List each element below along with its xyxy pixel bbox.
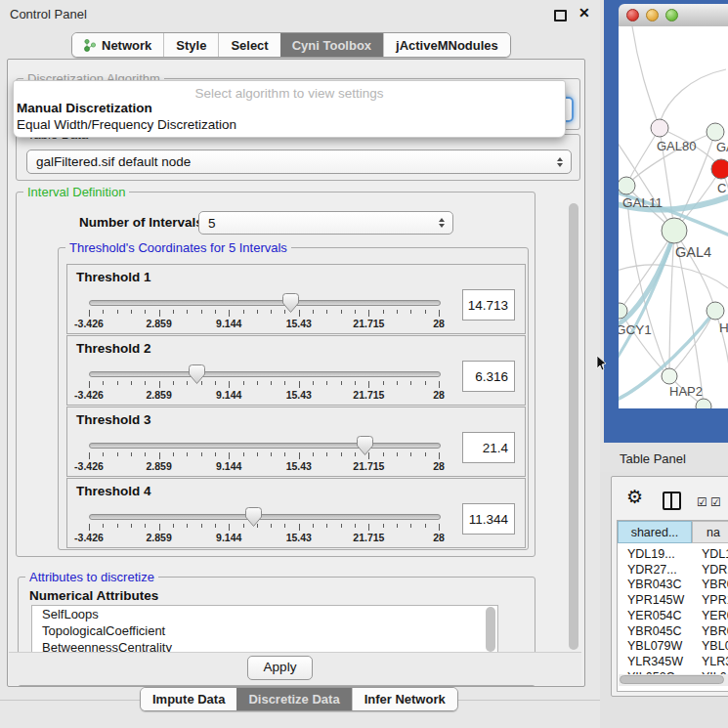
float-window-icon[interactable] [554, 10, 567, 21]
bottom-tab-bar: Impute DataDiscretize DataInfer Network [140, 687, 458, 711]
network-edge [669, 231, 674, 376]
network-node-red[interactable] [711, 159, 728, 179]
table-row[interactable]: YER054CYER0 [618, 609, 728, 623]
tab-label: Select [231, 38, 268, 53]
numerical-attributes-label: Numerical Attributes [29, 588, 158, 603]
interval-definition-group: Interval Definition Number of Intervals … [16, 192, 535, 557]
numerical-attributes-list[interactable]: SelfLoopsTopologicalCoefficientBetweenne… [31, 605, 498, 657]
cell-name: YBR0 [702, 578, 728, 591]
tab-label: jActiveMNodules [396, 38, 498, 53]
table-row[interactable]: YBR045CYBR0 [618, 624, 728, 639]
control-panel: Control Panel ✕ NetworkStyleSelectCyni T… [0, 0, 600, 728]
tab-network[interactable]: Network [72, 33, 163, 57]
apply-button[interactable]: Apply [247, 656, 313, 680]
threshold-label: Threshold 4 [76, 484, 151, 498]
close-icon[interactable]: ✕ [578, 5, 590, 21]
threshold-value-field[interactable]: 11.344 [462, 503, 515, 535]
threshold-label: Threshold 1 [76, 270, 151, 284]
network-node-gal4[interactable] [662, 218, 687, 243]
table-row[interactable]: YDL19...YDL1 [618, 547, 728, 562]
gear-icon[interactable]: ⚙ [626, 486, 643, 508]
network-edge [620, 231, 674, 311]
attribute-item[interactable]: TopologicalCoefficient [32, 622, 497, 639]
split-columns-icon[interactable] [663, 492, 681, 510]
network-node-mid-right[interactable] [707, 302, 724, 320]
tab-discretize-data[interactable]: Discretize Data [236, 688, 351, 710]
panel-scrollbar[interactable] [569, 203, 578, 650]
threshold-1-box: Threshold 1-3.4262.8599.14415.4321.71528… [66, 264, 526, 334]
dropdown-placeholder: Select algorithm to view settings [14, 86, 565, 101]
network-node-top-right[interactable] [707, 123, 724, 141]
cell-shared-name: YER054C [627, 609, 682, 622]
network-edge [626, 128, 660, 186]
network-graph: GAL80GACGAL11GAL4GCY1HHAP2 [619, 26, 728, 408]
checkbox-icon[interactable]: ☑ [710, 495, 721, 509]
table-data-group: Table Data galFiltered.sif default node [16, 134, 580, 181]
traffic-light-close-icon[interactable] [626, 9, 639, 21]
network-edge [619, 265, 728, 288]
cell-shared-name: YBL079W [627, 639, 682, 653]
cell-shared-name: YDR27... [627, 563, 677, 577]
threshold-value-field[interactable]: 14.713 [462, 289, 515, 321]
slider-track[interactable] [89, 514, 441, 520]
table-panel-title: Table Panel [620, 451, 686, 466]
slider-track[interactable] [89, 443, 441, 449]
node-label: GCY1 [619, 322, 652, 337]
table-row[interactable]: YDR27...YDR2 [618, 563, 728, 578]
table-data-combo[interactable]: galFiltered.sif default node [26, 150, 572, 174]
threshold-3-box: Threshold 3-3.4262.8599.14415.4321.71528… [66, 407, 526, 477]
tab-jactivemnodules[interactable]: jActiveMNodules [383, 33, 510, 57]
cell-shared-name: YPR145W [627, 593, 684, 607]
tab-select[interactable]: Select [218, 33, 279, 57]
node-label: C [717, 181, 726, 195]
table-panel: ⚙ ☑ ☑ shared... na YDL19...YDL1YDR27...Y… [611, 476, 728, 697]
algorithm-dropdown-popup: Select algorithm to view settings Manual… [13, 80, 566, 138]
top-tab-bar: NetworkStyleSelectCyni ToolboxjActiveMNo… [71, 32, 511, 58]
network-node-hap2[interactable] [662, 368, 677, 384]
cell-name: YPR1 [702, 593, 728, 607]
table-row[interactable]: YPR145WYPR1 [618, 593, 728, 608]
dropdown-option-manual-discretization[interactable]: Manual Discretization [17, 101, 152, 115]
slider-track[interactable] [89, 300, 441, 306]
cell-shared-name: YLR345W [627, 655, 683, 668]
cell-name: YDL1 [702, 547, 728, 561]
cell-name: YDR2 [702, 563, 728, 577]
cell-name: YER0 [702, 609, 728, 622]
cell-name: YBL0 [702, 639, 728, 653]
table-row[interactable]: YBR043CYBR0 [618, 578, 728, 592]
list-scrollbar[interactable] [486, 607, 495, 652]
slider-tick-labels: -3.4262.8599.14415.4321.71528 [89, 532, 439, 543]
threshold-2-box: Threshold 2-3.4262.8599.14415.4321.71528… [66, 335, 526, 406]
cell-shared-name: YDL19... [627, 547, 675, 561]
scrollbar-thumb[interactable] [620, 675, 724, 684]
table-row[interactable]: YLR345WYLR3 [618, 655, 728, 669]
traffic-light-minimize-icon[interactable] [646, 9, 659, 21]
attribute-item[interactable]: SelfLoops [32, 606, 497, 622]
slider-ticks [89, 381, 439, 388]
dropdown-option-equal-width-frequency[interactable]: Equal Width/Frequency Discretization [17, 117, 236, 132]
checkbox-icon[interactable]: ☑ [697, 495, 707, 509]
threshold-value-field[interactable]: 6.316 [462, 361, 515, 392]
table-row[interactable]: YBL079WYBL0 [618, 639, 728, 654]
network-node-gal80[interactable] [651, 119, 668, 137]
network-node-gal11[interactable] [619, 177, 635, 194]
number-of-intervals-value: 5 [208, 216, 216, 231]
network-window-titlebar[interactable] [619, 4, 728, 27]
horizontal-scrollbar[interactable] [619, 674, 728, 686]
node-label: GAL4 [675, 244, 711, 260]
slider-track[interactable] [89, 371, 441, 377]
number-of-intervals-combo[interactable]: 5 [198, 211, 453, 235]
node-label: HAP2 [669, 384, 703, 399]
cell-shared-name: YBR043C [627, 578, 682, 591]
network-view-window[interactable]: GAL80GACGAL11GAL4GCY1HHAP2 [604, 0, 728, 443]
tab-impute-data[interactable]: Impute Data [141, 688, 236, 710]
network-node-bottom[interactable] [696, 399, 711, 408]
threshold-value-field[interactable]: 21.4 [462, 432, 515, 463]
network-canvas[interactable]: GAL80GACGAL11GAL4GCY1HHAP2 [619, 26, 728, 408]
tab-label: Infer Network [364, 692, 446, 707]
node-label: GAL80 [657, 139, 696, 153]
tab-cyni-toolbox[interactable]: Cyni Toolbox [280, 33, 383, 57]
traffic-light-zoom-icon[interactable] [665, 9, 678, 21]
tab-style[interactable]: Style [163, 33, 218, 57]
tab-infer-network[interactable]: Infer Network [352, 688, 457, 710]
